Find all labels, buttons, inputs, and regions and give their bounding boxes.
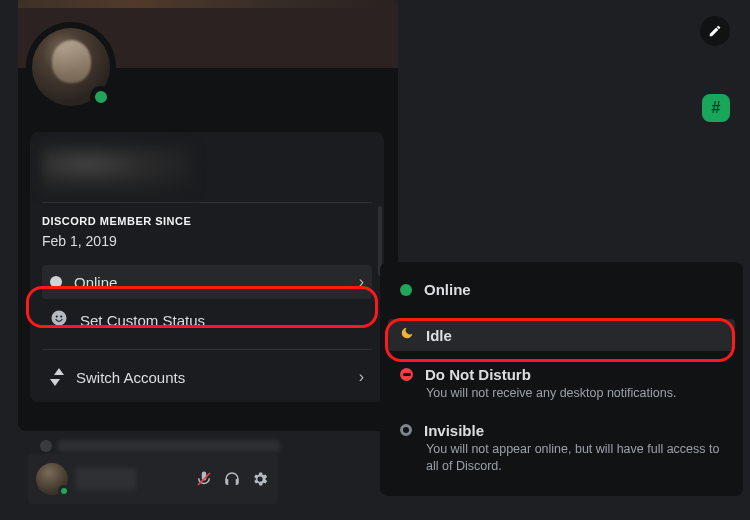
- status-dot-icon: [50, 276, 62, 288]
- username-redacted: [76, 468, 136, 490]
- status-option-label: Invisible: [424, 422, 484, 439]
- status-option-label: Idle: [426, 327, 452, 344]
- chevron-right-icon: ›: [359, 368, 364, 386]
- status-option-dnd[interactable]: Do Not Disturb You will not receive any …: [388, 359, 735, 409]
- hash-icon: #: [712, 99, 721, 117]
- status-menu-item[interactable]: Online ›: [42, 265, 372, 299]
- pencil-icon: [708, 24, 722, 38]
- headphones-icon: [223, 470, 241, 488]
- status-popout: Online Idle Do Not Disturb You will not …: [380, 262, 743, 496]
- gear-icon: [251, 470, 269, 488]
- status-indicator-online: [58, 485, 70, 497]
- mute-mic-button[interactable]: [194, 469, 214, 489]
- svg-point-0: [52, 311, 67, 326]
- online-icon: [400, 284, 412, 296]
- custom-status-label: Set Custom Status: [80, 312, 364, 329]
- status-indicator-online: [90, 86, 112, 108]
- list-item: [40, 438, 280, 454]
- invisible-icon: [400, 424, 412, 436]
- smile-icon: [50, 309, 68, 331]
- avatar[interactable]: [26, 22, 116, 112]
- status-option-subtitle: You will not receive any desktop notific…: [426, 385, 723, 402]
- status-option-invisible[interactable]: Invisible You will not appear online, bu…: [388, 415, 735, 482]
- status-option-label: Online: [424, 281, 471, 298]
- profile-menu: Online › Set Custom Status Switch Accoun…: [42, 265, 372, 394]
- status-option-idle[interactable]: Idle: [388, 319, 735, 351]
- switch-accounts-label: Switch Accounts: [76, 369, 347, 386]
- deafen-button[interactable]: [222, 469, 242, 489]
- divider: [42, 349, 372, 350]
- status-label: Online: [74, 274, 347, 291]
- switch-icon: [50, 368, 64, 386]
- status-option-subtitle: You will not appear online, but will hav…: [426, 441, 723, 475]
- mic-muted-icon: [195, 470, 213, 488]
- username-redacted: [42, 146, 192, 192]
- chevron-right-icon: ›: [359, 273, 364, 291]
- member-since-value: Feb 1, 2019: [42, 233, 372, 249]
- status-option-label: Do Not Disturb: [425, 366, 531, 383]
- user-settings-button[interactable]: [250, 469, 270, 489]
- hash-badge[interactable]: #: [702, 94, 730, 122]
- svg-point-2: [60, 315, 62, 317]
- switch-accounts-item[interactable]: Switch Accounts ›: [42, 360, 372, 394]
- svg-point-1: [56, 315, 58, 317]
- set-custom-status-item[interactable]: Set Custom Status: [42, 301, 372, 339]
- user-panel: [28, 454, 278, 504]
- idle-icon: [400, 326, 414, 344]
- member-since-label: DISCORD MEMBER SINCE: [42, 215, 372, 227]
- profile-inner-card: DISCORD MEMBER SINCE Feb 1, 2019 Online …: [30, 132, 384, 402]
- edit-profile-button[interactable]: [700, 16, 730, 46]
- avatar[interactable]: [36, 463, 68, 495]
- status-option-online[interactable]: Online: [388, 274, 735, 305]
- dnd-icon: [400, 368, 413, 381]
- divider: [42, 202, 372, 203]
